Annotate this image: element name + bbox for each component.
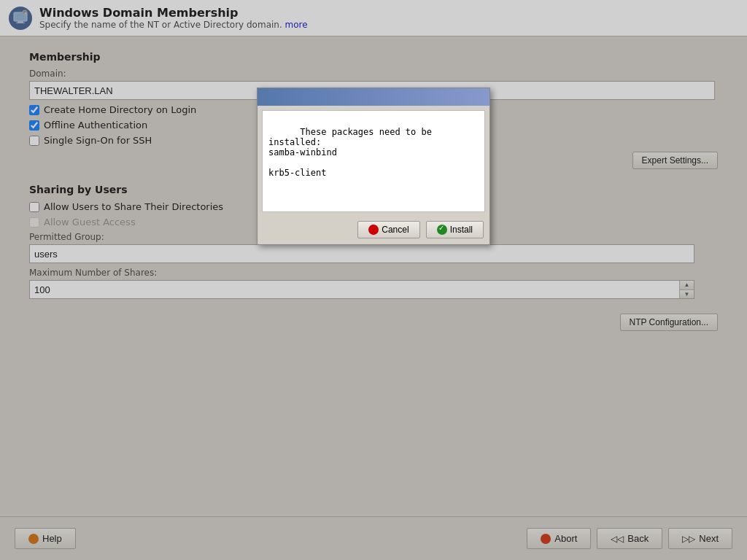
cancel-icon bbox=[368, 225, 379, 235]
install-label: Install bbox=[450, 225, 473, 235]
dialog-buttons: Cancel Install bbox=[258, 217, 489, 244]
install-dialog: These packages need to be installed: sam… bbox=[257, 88, 490, 245]
dialog-overlay: These packages need to be installed: sam… bbox=[0, 0, 747, 560]
cancel-label: Cancel bbox=[382, 225, 409, 235]
dialog-body: These packages need to be installed: sam… bbox=[262, 110, 485, 212]
dialog-install-button[interactable]: Install bbox=[426, 221, 484, 238]
dialog-cancel-button[interactable]: Cancel bbox=[357, 221, 419, 238]
dialog-body-text: These packages need to be installed: sam… bbox=[268, 127, 437, 178]
dialog-title-bar bbox=[258, 88, 489, 106]
install-icon bbox=[437, 225, 447, 235]
